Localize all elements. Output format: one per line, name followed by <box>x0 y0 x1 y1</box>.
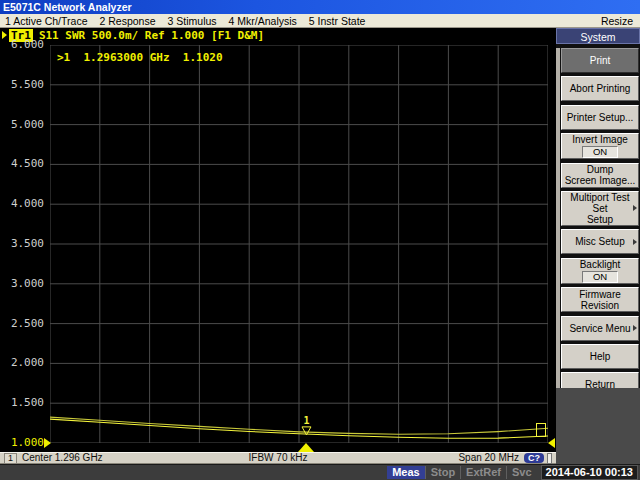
channel-status-strip: 1 Center 1.296 GHz IFBW 70 kHz Span 20 M… <box>0 452 556 464</box>
softkey-invert-image[interactable]: Invert ImageON <box>561 133 639 159</box>
softkey-label: Firmware Revision <box>579 289 621 311</box>
softkey-printer-setup[interactable]: Printer Setup... <box>561 105 639 130</box>
y-tick-label: 6.000 <box>0 39 44 51</box>
y-tick-label: 2.500 <box>0 318 44 330</box>
softkey-menu-title: System <box>556 28 640 44</box>
marker-1-number: 1 <box>303 415 309 426</box>
softkey-backlight[interactable]: BacklightON <box>561 258 639 284</box>
y-tick-label: 5.000 <box>0 119 44 131</box>
y-tick-label: 5.500 <box>0 79 44 91</box>
softkey-label: Misc Setup <box>575 236 624 247</box>
submenu-arrow-icon <box>633 239 637 245</box>
submenu-arrow-icon <box>633 325 637 331</box>
submenu-arrow-icon <box>633 205 637 211</box>
softkey-print[interactable]: Print <box>561 48 639 73</box>
softkey-value: ON <box>582 271 618 283</box>
extref-status-label: ExtRef <box>460 466 506 479</box>
softkey-label: Print <box>590 55 611 66</box>
y-tick-label: 1.500 <box>0 397 44 409</box>
marker-readout: >1 1.2963000 GHz 1.1020 <box>57 51 223 64</box>
instrument-screen: E5071C Network Analyzer 1 Active Ch/Trac… <box>0 0 640 480</box>
softkey-label: Service Menu <box>569 323 630 334</box>
softkey-label: Abort Printing <box>570 83 631 94</box>
y-tick-label-reference: 1.000 <box>0 437 44 449</box>
trace-settings-text: S11 SWR 500.0m/ Ref 1.000 [F1 D&M] <box>39 29 264 42</box>
marker-stimulus-icon[interactable] <box>298 443 314 452</box>
softkey-service-menu[interactable]: Service Menu <box>561 316 639 341</box>
softkey-multiport-test-set[interactable]: Multiport Test Set Setup <box>561 191 639 226</box>
y-tick-label: 4.000 <box>0 198 44 210</box>
menu-item-2-response[interactable]: 2 Response <box>99 15 163 27</box>
menubar: 1 Active Ch/Trace2 Response3 Stimulus4 M… <box>0 14 640 28</box>
window-titlebar[interactable]: E5071C Network Analyzer <box>0 0 640 14</box>
softkey-label: Backlight <box>580 259 621 270</box>
menu-item-5-instr-state[interactable]: 5 Instr State <box>309 15 374 27</box>
softkey-label: Dump Screen Image... <box>565 164 636 186</box>
menu-item-3-stimulus[interactable]: 3 Stimulus <box>168 15 225 27</box>
softkey-dump[interactable]: Dump Screen Image... <box>561 163 639 188</box>
y-tick-label: 4.500 <box>0 158 44 170</box>
active-trace-arrow-icon <box>2 31 7 39</box>
menubar-items: 1 Active Ch/Trace2 Response3 Stimulus4 M… <box>5 15 377 27</box>
menu-item-1-active-ch-trace[interactable]: 1 Active Ch/Trace <box>5 15 95 27</box>
window-title: E5071C Network Analyzer <box>3 1 132 13</box>
softkey-sidebar: System PrintAbort PrintingPrinter Setup.… <box>556 28 640 464</box>
stop-status-label: Stop <box>425 466 460 479</box>
sidebar-bottom-panel <box>556 388 640 464</box>
softkey-label: Invert Image <box>572 134 628 145</box>
softkey-help[interactable]: Help <box>561 344 639 369</box>
sidebar-buttons: PrintAbort PrintingPrinter Setup...Inver… <box>561 48 639 388</box>
y-tick-label: 3.000 <box>0 278 44 290</box>
trace-end-marker-icon <box>537 424 546 437</box>
softkey-label: Printer Setup... <box>567 112 634 123</box>
y-tick-label: 2.000 <box>0 357 44 369</box>
softkey-value: ON <box>582 146 618 158</box>
softkey-left-strip <box>556 48 560 388</box>
status-bar: Meas Stop ExtRef Svc 2014-06-10 00:13 <box>0 464 640 480</box>
reference-level-left-icon <box>44 438 51 448</box>
svc-status-label: Svc <box>506 466 537 479</box>
ifbw-label: IFBW 70 kHz <box>0 453 556 463</box>
y-tick-label: 3.500 <box>0 238 44 250</box>
menu-item-resize[interactable]: Resize <box>601 15 635 27</box>
softkey-abort-printing[interactable]: Abort Printing <box>561 76 639 101</box>
softkey-label: Multiport Test Set Setup <box>562 192 638 225</box>
meas-status-badge: Meas <box>387 466 425 479</box>
softkey-label: Help <box>590 351 611 362</box>
datetime-label: 2014-06-10 00:13 <box>541 465 638 480</box>
plot-area[interactable]: 1 <box>50 45 548 443</box>
softkey-firmware[interactable]: Firmware Revision <box>561 287 639 312</box>
menu-item-4-mkr-analysis[interactable]: 4 Mkr/Analysis <box>229 15 305 27</box>
reference-level-right-icon <box>548 438 555 448</box>
softkey-misc-setup[interactable]: Misc Setup <box>561 229 639 254</box>
